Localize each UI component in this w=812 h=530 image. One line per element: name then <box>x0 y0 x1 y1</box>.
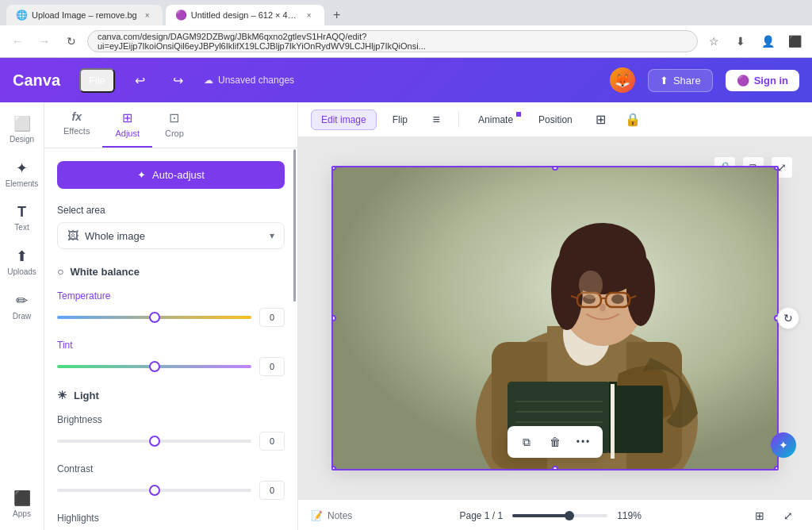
tab-2[interactable]: 🟣 Untitled design – 612 × 408px × <box>166 5 324 25</box>
address-text: canva.com/design/DAGM92DZBwg/JBkM6qxno2g… <box>98 32 688 51</box>
contrast-thumb[interactable] <box>149 485 160 496</box>
new-tab-button[interactable]: + <box>327 6 347 25</box>
share-button[interactable]: ⬆ Share <box>648 69 713 92</box>
tab-crop[interactable]: ⊡ Crop <box>152 102 197 148</box>
profile-button[interactable]: 👤 <box>756 30 779 52</box>
signin-icon: 🟣 <box>737 75 749 86</box>
crop-tab-icon: ⊡ <box>169 110 179 125</box>
unsaved-label: Unsaved changes <box>218 75 294 86</box>
text-label: Text <box>14 223 29 232</box>
elements-label: Elements <box>6 179 39 188</box>
tab-1-title: Upload Image – remove.bg <box>32 10 137 20</box>
highlights-slider-row: Highlights 0 <box>57 513 285 530</box>
animate-button[interactable]: Animate <box>469 110 523 129</box>
sidebar-item-design[interactable]: ⬜ Design <box>5 109 40 150</box>
float-delete-button[interactable]: 🗑 <box>542 429 568 455</box>
tab-1[interactable]: 🌐 Upload Image – remove.bg × <box>6 5 163 25</box>
tab-adjust[interactable]: ⊞ Adjust <box>102 102 152 148</box>
contrast-value[interactable]: 0 <box>259 481 285 500</box>
float-more-button[interactable]: ••• <box>571 429 596 455</box>
user-avatar[interactable]: 🦊 <box>610 67 635 93</box>
area-value: Whole image <box>85 230 263 242</box>
draw-label: Draw <box>13 312 31 321</box>
temperature-label: Temperature <box>57 290 285 301</box>
resize-handle-bl[interactable] <box>331 466 336 470</box>
resize-handle-bm[interactable] <box>552 466 558 470</box>
magic-button[interactable]: ✦ <box>771 432 796 458</box>
undo-button[interactable]: ↩ <box>128 67 153 93</box>
brightness-thumb[interactable] <box>149 436 160 447</box>
bookmark-button[interactable]: ☆ <box>703 30 725 52</box>
brightness-track[interactable] <box>57 440 251 443</box>
sidebar-item-elements[interactable]: ✦ Elements <box>5 153 40 194</box>
auto-adjust-button[interactable]: ✦ Auto-adjust <box>57 161 285 189</box>
tab-1-close[interactable]: × <box>142 10 153 21</box>
file-menu-button[interactable]: File <box>79 68 115 93</box>
grid-button[interactable]: ⊞ <box>588 107 614 132</box>
temperature-track[interactable] <box>57 316 251 319</box>
tab-1-favicon: 🌐 <box>16 10 27 21</box>
resize-handle-tr[interactable] <box>774 166 779 171</box>
canvas-element[interactable] <box>331 166 779 470</box>
sidebar-item-text[interactable]: T Text <box>5 198 40 238</box>
grid-view-button[interactable]: ⊞ <box>749 505 771 527</box>
tab-bar: 🌐 Upload Image – remove.bg × 🟣 Untitled … <box>0 0 812 25</box>
temperature-value[interactable]: 0 <box>259 308 285 327</box>
white-balance-section: ○ White balance Temperature 0 Tin <box>57 265 285 376</box>
canvas-footer: 📝 Notes Page 1 / 1 119% ⊞ ⤢ <box>298 499 812 530</box>
tint-slider-row: Tint 0 <box>57 340 285 376</box>
forward-button[interactable]: → <box>33 30 56 52</box>
lock-button[interactable]: 🔒 <box>620 107 645 132</box>
edit-image-button[interactable]: Edit image <box>311 109 377 130</box>
sidebar-item-apps[interactable]: ⬛ Apps <box>5 483 40 524</box>
contrast-track[interactable] <box>57 489 251 492</box>
canvas-image-frame <box>331 166 779 470</box>
fullscreen-button[interactable]: ⤢ <box>777 505 799 527</box>
float-duplicate-button[interactable]: ⧉ <box>514 429 539 455</box>
panel-scrollbar-thumb <box>293 149 296 302</box>
share-icon: ⬆ <box>660 75 668 86</box>
brightness-label: Brightness <box>57 414 285 425</box>
sidebar-item-uploads[interactable]: ⬆ Uploads <box>5 241 40 282</box>
notes-section[interactable]: 📝 Notes <box>311 510 352 521</box>
zoom-slider[interactable] <box>512 514 607 517</box>
main-content: ⬜ Design ✦ Elements T Text ⬆ Uploads ✏ D… <box>0 102 812 530</box>
white-balance-icon: ○ <box>57 265 63 278</box>
resize-handle-br[interactable] <box>774 466 779 470</box>
tint-thumb[interactable] <box>149 361 160 372</box>
address-bar[interactable]: canva.com/design/DAGM92DZBwg/JBkM6qxno2g… <box>87 30 698 52</box>
download-button[interactable]: ⬇ <box>730 30 752 52</box>
contrast-slider-row: Contrast 0 <box>57 463 285 500</box>
tab-effects[interactable]: fx Effects <box>51 102 102 148</box>
effects-tab-icon: fx <box>71 110 81 123</box>
select-area-label: Select area <box>57 205 285 216</box>
refresh-side-button[interactable]: ↻ <box>777 307 799 329</box>
brightness-value[interactable]: 0 <box>259 432 285 451</box>
contrast-slider-container: 0 <box>57 481 285 500</box>
zoom-bar <box>512 514 607 517</box>
position-button[interactable]: Position <box>529 110 582 129</box>
tint-track[interactable] <box>57 365 251 368</box>
auto-adjust-label: Auto-adjust <box>152 169 205 181</box>
menu-button[interactable]: ≡ <box>423 107 449 132</box>
uploads-icon: ⬆ <box>16 248 28 265</box>
tint-value[interactable]: 0 <box>259 357 285 376</box>
tab-2-close[interactable]: × <box>304 10 315 21</box>
flip-button[interactable]: Flip <box>383 110 417 129</box>
extensions-button[interactable]: ⬛ <box>783 30 806 52</box>
notes-icon: 📝 <box>311 510 323 521</box>
temperature-thumb[interactable] <box>149 312 160 323</box>
tint-slider-container: 0 <box>57 357 285 376</box>
tool-panel-content: ✦ Auto-adjust Select area 🖼 Whole image … <box>44 148 297 530</box>
signin-button[interactable]: 🟣 Sign in <box>726 70 799 91</box>
light-header: ☀ Light <box>57 389 285 401</box>
select-area-dropdown[interactable]: 🖼 Whole image ▾ <box>57 222 285 249</box>
redo-button[interactable]: ↪ <box>166 67 191 93</box>
signin-label: Sign in <box>754 75 788 86</box>
browser-chrome: 🌐 Upload Image – remove.bg × 🟣 Untitled … <box>0 0 812 58</box>
highlights-label: Highlights <box>57 513 285 524</box>
back-button[interactable]: ← <box>6 30 29 52</box>
refresh-button[interactable]: ↻ <box>60 30 82 52</box>
apps-icon: ⬛ <box>13 490 31 507</box>
sidebar-item-draw[interactable]: ✏ Draw <box>5 286 40 327</box>
